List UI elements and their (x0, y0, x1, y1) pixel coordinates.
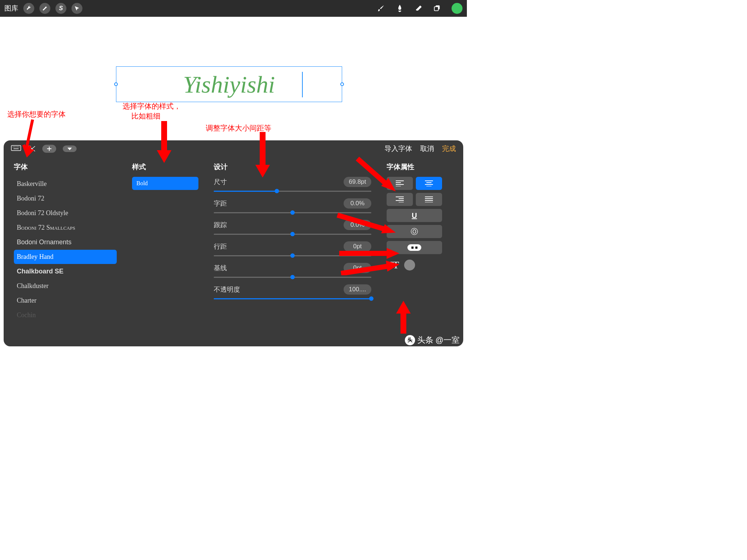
svg-rect-3 (161, 121, 167, 152)
arrow-align (354, 157, 401, 197)
annotation-design: 调整字体大小间距等 (206, 123, 271, 133)
resize-handle-left[interactable] (114, 82, 118, 86)
svg-rect-1 (434, 7, 438, 11)
font-item[interactable]: Bodoni 72 (14, 191, 117, 206)
size-slider[interactable] (214, 191, 371, 192)
font-item[interactable]: Bodoni 72 Oldstyle (14, 206, 117, 220)
watermark-brand: 头条 (417, 335, 433, 346)
wrench-icon[interactable] (23, 3, 34, 14)
leading-label: 行距 (214, 242, 254, 251)
arrow-font (15, 117, 44, 165)
baseline-slider[interactable] (214, 277, 371, 278)
svg-marker-10 (387, 248, 399, 259)
dropdown-button[interactable] (63, 145, 77, 152)
arrow-caps (392, 301, 414, 334)
annotation-style: 选择字体的样式， 比如粗细 (123, 101, 181, 121)
wand-icon[interactable] (39, 3, 50, 14)
canvas-text: Yishiyishi (116, 67, 342, 102)
opacity-label: 不透明度 (214, 285, 254, 294)
kerning-value[interactable]: 0.0% (344, 198, 371, 209)
font-item[interactable]: Charter (14, 293, 117, 308)
arrow-icon[interactable] (71, 3, 82, 14)
cancel-button[interactable]: 取消 (420, 144, 434, 153)
style-column: 样式 Bold (127, 157, 204, 328)
done-button[interactable]: 完成 (442, 144, 456, 153)
font-item[interactable]: Bodoni 72 Smallcaps (14, 221, 117, 235)
gallery-button[interactable]: 图库 (4, 4, 18, 13)
resize-handle-right[interactable] (340, 82, 344, 86)
svg-marker-4 (157, 150, 171, 163)
font-item-selected[interactable]: Bradley Hand (14, 250, 117, 264)
opacity-slider[interactable] (214, 298, 371, 299)
font-item[interactable]: Bodoni Ornaments (14, 235, 117, 249)
style-item-selected[interactable]: Bold (132, 177, 198, 190)
watermark-user: @一室 (436, 335, 460, 346)
design-column: 设计 尺寸69.8pt 字距0.0% 跟踪0.0% 行距0pt 基线0pt 不透… (209, 157, 376, 328)
text-cursor (302, 72, 303, 97)
svg-rect-5 (260, 132, 266, 167)
canvas[interactable]: Yishiyishi (0, 17, 467, 141)
font-item[interactable]: Chalkboard SE (14, 264, 117, 279)
font-item[interactable]: Cochin (14, 308, 117, 322)
arrow-underline (336, 211, 401, 239)
brush-icon[interactable] (376, 4, 385, 13)
svg-marker-27 (67, 148, 72, 150)
align-center-button[interactable] (416, 177, 442, 190)
plus-button[interactable] (42, 145, 56, 153)
font-item[interactable]: Baskerville (14, 177, 117, 191)
size-label: 尺寸 (214, 178, 254, 186)
kerning-label: 字距 (214, 199, 254, 208)
arrow-outline (339, 248, 401, 259)
s-icon[interactable]: S (55, 3, 66, 14)
text-box[interactable]: Yishiyishi (116, 66, 342, 102)
font-item[interactable]: Chalkduster (14, 279, 117, 293)
import-font-button[interactable]: 导入字体 (384, 144, 412, 153)
design-title: 设计 (214, 162, 371, 172)
align-justify-button[interactable] (416, 193, 442, 206)
baseline-label: 基线 (214, 264, 254, 272)
case-indicator[interactable] (404, 260, 415, 271)
font-column: 字体 Baskerville Bodoni 72 Bodoni 72 Oldst… (9, 157, 122, 328)
arrow-style (153, 121, 175, 165)
eraser-icon[interactable] (414, 4, 423, 13)
svg-marker-8 (381, 224, 396, 233)
watermark: 头 头条 @一室 (405, 335, 460, 346)
watermark-icon: 头 (405, 335, 415, 345)
annotation-style-l1: 选择字体的样式， (123, 102, 181, 110)
arrow-design (252, 132, 274, 179)
smudge-icon[interactable] (395, 4, 404, 13)
svg-marker-6 (255, 165, 270, 178)
color-picker[interactable] (452, 3, 462, 14)
annotation-style-l2: 比如粗细 (131, 112, 160, 120)
arrow-vertical (339, 261, 401, 275)
svg-rect-9 (339, 251, 388, 256)
svg-marker-2 (21, 147, 34, 159)
svg-marker-11 (386, 261, 399, 272)
svg-marker-13 (396, 301, 411, 314)
svg-rect-26 (47, 148, 51, 149)
tracking-label: 跟踪 (214, 221, 254, 229)
layers-icon[interactable] (433, 4, 441, 12)
opacity-value[interactable]: 100.... (344, 284, 371, 295)
